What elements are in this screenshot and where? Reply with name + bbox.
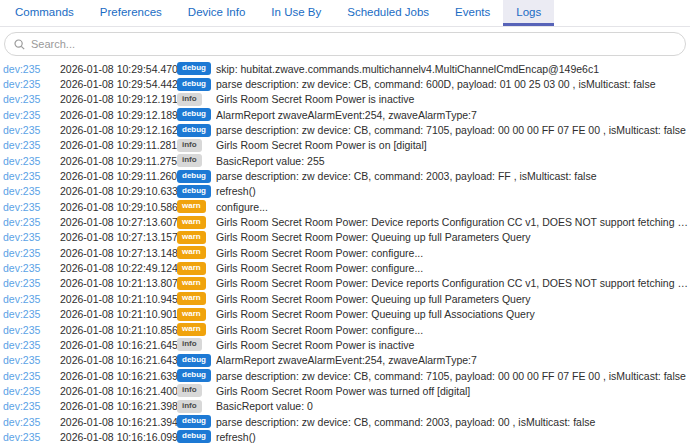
log-row: dev:235 2026-01-08 10:29:54.442 PM debug… [0, 76, 690, 91]
log-row: dev:235 2026-01-08 10:27:13.148 PM warn … [0, 245, 690, 260]
tab-label: In Use By [271, 6, 321, 18]
log-timestamp: 2026-01-08 10:21:10.901 PM [60, 308, 177, 320]
log-level-cell: debug [177, 78, 216, 91]
log-row: dev:235 2026-01-08 10:29:12.162 PM debug… [0, 122, 690, 137]
log-row: dev:235 2026-01-08 10:29:12.189 PM debug… [0, 107, 690, 122]
device-tab-bar: Commands Preferences Device Info In Use … [0, 0, 690, 27]
log-level-cell: warn [177, 308, 216, 321]
search-box[interactable] [4, 32, 686, 56]
log-level-badge: warn [177, 308, 206, 321]
log-row: dev:235 2026-01-08 10:22:49.124 PM warn … [0, 260, 690, 275]
device-link[interactable]: dev:235 [0, 185, 60, 197]
device-link[interactable]: dev:235 [0, 231, 60, 243]
log-timestamp: 2026-01-08 10:29:11.281 PM [60, 139, 177, 151]
log-timestamp: 2026-01-08 10:27:13.148 PM [60, 247, 177, 259]
log-timestamp: 2026-01-08 10:27:13.157 PM [60, 231, 177, 243]
log-timestamp: 2026-01-08 10:29:10.633 PM [60, 185, 177, 197]
device-link[interactable]: dev:235 [0, 139, 60, 151]
log-level-cell: info [177, 139, 216, 152]
log-level-badge: debug [177, 108, 211, 121]
log-message: refresh() [216, 431, 690, 443]
device-tab[interactable]: Events [442, 0, 503, 26]
log-level-badge: warn [177, 231, 206, 244]
log-timestamp: 2026-01-08 10:16:21.398 PM [60, 400, 177, 412]
device-tab[interactable]: Preferences [87, 0, 175, 26]
log-row: dev:235 2026-01-08 10:16:21.639 PM debug… [0, 368, 690, 383]
device-link[interactable]: dev:235 [0, 63, 60, 75]
log-message: Girls Room Secret Room Power: Queuing up… [216, 308, 690, 320]
log-level-badge: warn [177, 323, 206, 336]
log-level-badge: debug [177, 170, 211, 183]
log-timestamp: 2026-01-08 10:16:21.645 PM [60, 339, 177, 351]
device-link[interactable]: dev:235 [0, 400, 60, 412]
log-level-cell: debug [177, 108, 216, 121]
device-tab[interactable]: Commands [2, 0, 87, 26]
device-link[interactable]: dev:235 [0, 416, 60, 428]
device-link[interactable]: dev:235 [0, 124, 60, 136]
log-level-badge: debug [177, 369, 211, 382]
log-row: dev:235 2026-01-08 10:29:10.586 PM warn … [0, 199, 690, 214]
log-level-badge: debug [177, 62, 211, 75]
device-link[interactable]: dev:235 [0, 262, 60, 274]
log-level-badge: info [177, 93, 202, 106]
search-input[interactable] [31, 38, 676, 50]
log-timestamp: 2026-01-08 10:29:12.189 PM [60, 109, 177, 121]
device-link[interactable]: dev:235 [0, 324, 60, 336]
log-row: dev:235 2026-01-08 10:21:10.856 PM warn … [0, 322, 690, 337]
log-level-badge: warn [177, 216, 206, 229]
log-row: dev:235 2026-01-08 10:27:13.607 PM warn … [0, 214, 690, 229]
log-message: Girls Room Secret Room Power was turned … [216, 385, 690, 397]
log-timestamp: 2026-01-08 10:16:16.099 PM [60, 431, 177, 443]
tab-label: Commands [15, 6, 74, 18]
device-link[interactable]: dev:235 [0, 93, 60, 105]
log-message: Girls Room Secret Room Power is on [digi… [216, 139, 690, 151]
log-timestamp: 2026-01-08 10:16:21.400 PM [60, 385, 177, 397]
log-level-cell: debug [177, 415, 216, 428]
device-link[interactable]: dev:235 [0, 339, 60, 351]
log-level-badge: debug [177, 78, 211, 91]
device-link[interactable]: dev:235 [0, 293, 60, 305]
log-level-cell: debug [177, 430, 216, 443]
log-message: parse description: zw device: CB, comman… [216, 370, 690, 382]
log-message: BasicReport value: 0 [216, 400, 690, 412]
log-row: dev:235 2026-01-08 10:21:10.901 PM warn … [0, 307, 690, 322]
device-link[interactable]: dev:235 [0, 109, 60, 121]
device-link[interactable]: dev:235 [0, 247, 60, 259]
device-link[interactable]: dev:235 [0, 170, 60, 182]
log-timestamp: 2026-01-08 10:29:54.470 PM [60, 63, 177, 75]
device-tab[interactable]: Logs [503, 0, 554, 26]
log-level-cell: info [177, 154, 216, 167]
log-row: dev:235 2026-01-08 10:29:11.281 PM info … [0, 138, 690, 153]
log-level-badge: debug [177, 415, 211, 428]
log-row: dev:235 2026-01-08 10:21:13.807 PM warn … [0, 276, 690, 291]
log-level-badge: warn [177, 262, 206, 275]
log-level-badge: info [177, 139, 202, 152]
log-timestamp: 2026-01-08 10:29:11.275 PM [60, 155, 177, 167]
device-link[interactable]: dev:235 [0, 431, 60, 443]
device-link[interactable]: dev:235 [0, 201, 60, 213]
tab-label: Preferences [100, 6, 162, 18]
device-tab[interactable]: Device Info [175, 0, 259, 26]
device-link[interactable]: dev:235 [0, 78, 60, 90]
log-level-cell: warn [177, 323, 216, 336]
device-link[interactable]: dev:235 [0, 370, 60, 382]
device-link[interactable]: dev:235 [0, 277, 60, 289]
log-timestamp: 2026-01-08 10:29:11.260 PM [60, 170, 177, 182]
device-link[interactable]: dev:235 [0, 308, 60, 320]
device-link[interactable]: dev:235 [0, 385, 60, 397]
device-link[interactable]: dev:235 [0, 216, 60, 228]
log-row: dev:235 2026-01-08 10:16:21.400 PM info … [0, 383, 690, 398]
device-link[interactable]: dev:235 [0, 354, 60, 366]
log-timestamp: 2026-01-08 10:29:12.162 PM [60, 124, 177, 136]
device-link[interactable]: dev:235 [0, 155, 60, 167]
log-level-badge: info [177, 338, 202, 351]
log-message: BasicReport value: 255 [216, 155, 690, 167]
log-level-cell: info [177, 400, 216, 413]
log-message: skip: hubitat.zwave.commands.multichanne… [216, 63, 690, 75]
log-message: Girls Room Secret Room Power: configure.… [216, 262, 690, 274]
device-tab[interactable]: In Use By [258, 0, 334, 26]
device-tab[interactable]: Scheduled Jobs [334, 0, 442, 26]
log-message: Girls Room Secret Room Power: Queuing up… [216, 293, 690, 305]
log-level-cell: debug [177, 170, 216, 183]
log-level-cell: warn [177, 246, 216, 259]
